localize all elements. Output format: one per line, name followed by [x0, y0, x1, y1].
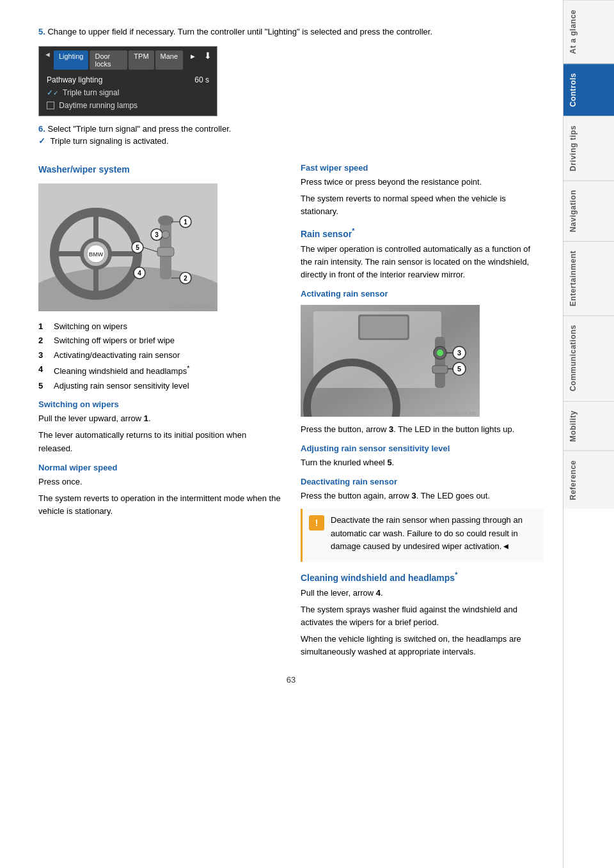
item-num-5: 5	[38, 380, 49, 392]
svg-point-34	[437, 350, 443, 356]
svg-text:5: 5	[136, 244, 139, 251]
wiper-list: 1 Switching on wipers 2 Switching off wi…	[38, 320, 281, 392]
svg-text:3: 3	[155, 231, 159, 238]
tab-entertainment[interactable]: Entertainment	[563, 241, 614, 315]
step6-number: 6.	[38, 124, 45, 134]
svg-text:carmanualonline.info: carmanualonline.info	[169, 304, 211, 309]
left-column: Washer/wiper system BMW	[38, 155, 281, 663]
step6-text: 6. Select "Triple turn signal" and press…	[38, 123, 544, 136]
fast-speed-text1: Press twice or press beyond the resistan…	[301, 176, 544, 189]
switching-on-text1: Pull the lever upward, arrow 1.	[38, 412, 281, 425]
normal-speed-text1: Press once.	[38, 476, 281, 488]
tab-controls[interactable]: Controls	[563, 63, 614, 116]
svg-text:3: 3	[457, 349, 461, 357]
step-5: 5. Change to upper field if necessary. T…	[38, 26, 544, 38]
list-item-2: 2 Switching off wipers or brief wipe	[38, 334, 281, 347]
activating-heading: Activating rain sensor	[301, 289, 544, 298]
rain-sensor-diagram: 3 5 carmanualonline.info	[301, 305, 480, 417]
svg-rect-30	[360, 316, 407, 338]
right-sidebar: At a glance Controls Driving tips Naviga…	[563, 0, 614, 868]
svg-text:carmanualonline.info: carmanualonline.info	[435, 411, 476, 415]
svg-rect-32	[435, 337, 445, 388]
checkbox-daytime	[47, 102, 54, 109]
adjusting-heading: Adjusting rain sensor sensitivity level	[301, 444, 544, 453]
wiper-diagram: BMW 1 2	[38, 183, 217, 311]
item-text-4: Cleaning windshield and headlamps*	[54, 363, 189, 378]
item-num-2: 2	[38, 334, 49, 347]
page-number: 63	[38, 675, 544, 685]
svg-text:2: 2	[184, 275, 187, 282]
warning-text: Deactivate the rain sensor when passing …	[331, 514, 537, 552]
svg-text:BMW: BMW	[89, 251, 104, 258]
fast-speed-text2: The system reverts to normal speed when …	[301, 192, 544, 218]
menu-screenshot: ◄ Lighting Door locks TPM Mane ► ⬇ Pathw…	[38, 46, 217, 116]
menu-tab-tpm: TPM	[129, 50, 154, 70]
item-text-3: Activating/deactivating rain sensor	[54, 349, 180, 362]
step5-number: 5.	[38, 27, 45, 36]
right-column: Fast wiper speed Press twice or press be…	[301, 155, 544, 663]
item-text-1: Switching on wipers	[54, 320, 127, 333]
cleaning-heading: Cleaning windshield and headlamps*	[301, 571, 544, 583]
list-item-3: 3 Activating/deactivating rain sensor	[38, 349, 281, 362]
rain-sensor-heading: Rain sensor*	[301, 227, 544, 239]
svg-point-19	[162, 231, 169, 238]
switching-on-text2: The lever automatically returns to its i…	[38, 429, 281, 454]
menu-item-daytime: Daytime running lamps	[44, 99, 212, 112]
svg-text:5: 5	[457, 365, 461, 373]
list-item-1: 1 Switching on wipers	[38, 320, 281, 333]
menu-tab-arrow: ►	[184, 50, 201, 70]
menu-tab-lighting: Lighting	[54, 50, 89, 70]
tab-navigation[interactable]: Navigation	[563, 180, 614, 241]
item-text-5: Adjusting rain sensor sensitivity level	[54, 380, 189, 392]
item-num-1: 1	[38, 320, 49, 333]
svg-rect-38	[432, 366, 448, 373]
warning-icon: !	[309, 515, 324, 531]
svg-rect-10	[157, 247, 174, 256]
deactivating-text1: Press the button again, arrow 3. The LED…	[301, 490, 544, 502]
adjusting-text: Turn the knurled wheel 5.	[301, 456, 544, 469]
svg-text:1: 1	[184, 219, 187, 226]
cleaning-text3: When the vehicle lighting is switched on…	[301, 633, 544, 658]
rain-sensor-svg: 3 5 carmanualonline.info	[301, 305, 480, 417]
item-num-3: 3	[38, 349, 49, 362]
normal-speed-heading: Normal wiper speed	[38, 463, 281, 472]
menu-tabs: ◄ Lighting Door locks TPM Mane ► ⬇	[44, 50, 212, 70]
menu-tab-doorlocks: Door locks	[90, 50, 127, 70]
switching-on-heading: Switching on wipers	[38, 399, 281, 409]
menu-item-pathway: Pathway lighting 60 s	[44, 74, 212, 86]
step-6: 6. Select "Triple turn signal" and press…	[38, 123, 544, 148]
tab-driving-tips[interactable]: Driving tips	[563, 116, 614, 180]
list-item-4: 4 Cleaning windshield and headlamps*	[38, 363, 281, 378]
washer-wiper-heading: Washer/wiper system	[38, 164, 281, 174]
main-content: 5. Change to upper field if necessary. T…	[0, 0, 563, 868]
warning-box: ! Deactivate the rain sensor when passin…	[301, 509, 544, 561]
activating-text: Press the button, arrow 3. The LED in th…	[301, 423, 544, 436]
item-text-2: Switching off wipers or brief wipe	[54, 334, 175, 347]
menu-item-triple: ✓ Triple turn signal	[44, 86, 212, 99]
wiper-svg: BMW 1 2	[38, 183, 217, 311]
two-column-layout: Washer/wiper system BMW	[38, 155, 544, 663]
tab-at-a-glance[interactable]: At a glance	[563, 0, 614, 63]
normal-speed-text2: The system reverts to operation in the i…	[38, 492, 281, 518]
list-item-5: 5 Adjusting rain sensor sensitivity leve…	[38, 380, 281, 392]
step5-text: 5. Change to upper field if necessary. T…	[38, 26, 544, 38]
cleaning-text1: Pull the lever, arrow 4.	[301, 587, 544, 600]
svg-point-9	[158, 215, 173, 226]
tab-mobility[interactable]: Mobility	[563, 401, 614, 451]
svg-text:4: 4	[138, 270, 141, 277]
menu-tab-mane: Mane	[155, 50, 184, 70]
fast-speed-heading: Fast wiper speed	[301, 163, 544, 173]
cleaning-text2: The system sprays washer fluid against t…	[301, 603, 544, 629]
deactivating-heading: Deactivating rain sensor	[301, 477, 544, 486]
tab-communications[interactable]: Communications	[563, 315, 614, 400]
rain-sensor-text: The wiper operation is controlled automa…	[301, 243, 544, 281]
tab-reference[interactable]: Reference	[563, 451, 614, 509]
item-num-4: 4	[38, 363, 49, 378]
step6-note: ✓ Triple turn signaling is activated.	[38, 135, 544, 148]
